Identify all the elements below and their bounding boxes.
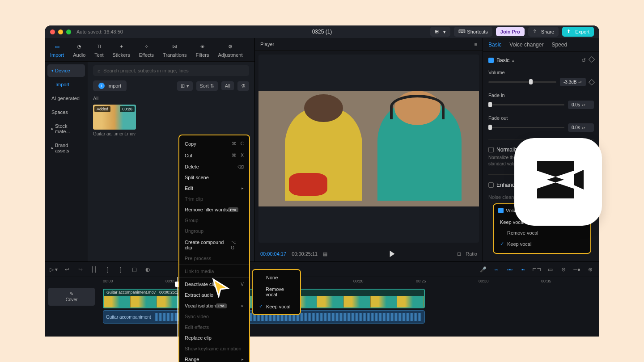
- sidenav-ai[interactable]: AI generated: [47, 92, 85, 105]
- view-icon[interactable]: ▦: [323, 251, 327, 257]
- tool-5[interactable]: ◐: [143, 265, 152, 274]
- preview-area[interactable]: [258, 55, 479, 243]
- fadein-slider[interactable]: [488, 104, 564, 105]
- media-clip[interactable]: Added 00:26 Guitar ac...iment.mov: [93, 105, 136, 136]
- import-button[interactable]: +Import: [93, 80, 127, 91]
- tab-transitions[interactable]: ⋈Transitions: [158, 41, 191, 61]
- ctx-trim: Trim clip: [179, 194, 249, 204]
- sidenav-spaces[interactable]: Spaces: [47, 106, 85, 118]
- shortcuts-button[interactable]: ⌨Shortcuts: [454, 27, 492, 37]
- keyframe-icon[interactable]: [589, 56, 595, 63]
- player-title: Player: [260, 42, 274, 47]
- basic-section-header[interactable]: Basic▴ ↺: [488, 57, 594, 63]
- tab-text[interactable]: TIText: [90, 41, 108, 61]
- volume-value[interactable]: -3.3dB▴▾: [560, 78, 586, 86]
- ctx-range[interactable]: Range▸: [179, 354, 249, 362]
- ctx-link: Link to media: [179, 266, 249, 277]
- view-toggle[interactable]: ⊞ ▾: [177, 81, 192, 91]
- player-menu-icon[interactable]: ≡: [475, 42, 477, 47]
- play-button[interactable]: [388, 250, 396, 258]
- context-menu: Copy⌘ C Cut⌘ X Delete⌫ Split scene Edit▸…: [178, 135, 250, 362]
- audio-icon: ◔: [75, 42, 83, 51]
- ctx-compound[interactable]: Create compound clip⌥ G: [179, 236, 249, 253]
- filter-icon[interactable]: ⚗: [237, 81, 249, 91]
- tool-b[interactable]: ▭: [546, 265, 555, 274]
- ctx-cut[interactable]: Cut⌘ X: [179, 150, 249, 161]
- close-button[interactable]: [50, 29, 55, 34]
- snap-3[interactable]: ▪▫: [519, 265, 528, 274]
- join-pro-button[interactable]: Join Pro: [496, 27, 525, 36]
- ctx-sync: Sync video: [179, 311, 249, 322]
- backspace-icon: ⌫: [237, 164, 244, 169]
- clip-thumbnail: Added 00:26: [93, 105, 136, 130]
- zoom-fit[interactable]: ⊕: [586, 265, 595, 274]
- fadeout-value[interactable]: 0.0s▴▾: [568, 123, 594, 132]
- split-tool[interactable]: ⎮⎮: [89, 265, 98, 274]
- fadeout-slider[interactable]: [488, 127, 564, 128]
- reset-icon[interactable]: ↺: [581, 57, 586, 63]
- tab-basic[interactable]: Basic: [488, 42, 501, 48]
- zoom-slider[interactable]: ─●: [572, 265, 581, 274]
- app-window: Auto saved: 16:43:50 0325 (1) ⊞▾ ⌨Shortc…: [45, 25, 599, 337]
- sidenav-brand[interactable]: ▸Brand assets: [47, 139, 85, 157]
- vocal-checkbox[interactable]: [498, 208, 504, 213]
- ratio-button[interactable]: Ratio: [466, 251, 477, 257]
- fadein-value[interactable]: 0.0s▴▾: [568, 101, 594, 109]
- plus-icon: +: [98, 83, 105, 89]
- ctx-delete[interactable]: Delete⌫: [179, 161, 249, 172]
- scale-icon[interactable]: ⊡: [457, 251, 461, 257]
- playhead[interactable]: [177, 277, 178, 337]
- delete-tool[interactable]: ▢: [130, 265, 139, 274]
- trim-left[interactable]: [: [103, 265, 112, 274]
- tab-import[interactable]: ▭Import: [46, 41, 68, 61]
- tab-audio[interactable]: ◔Audio: [68, 41, 90, 61]
- sidenav-device[interactable]: ▾Device: [47, 64, 85, 77]
- search-input[interactable]: ⌕Search project, subjects in image, line…: [93, 65, 249, 76]
- snap-2[interactable]: ▫▪▫: [505, 265, 514, 274]
- zoom-out[interactable]: ⊖: [559, 265, 568, 274]
- timeline-tracks[interactable]: 00:00 00:05 00:10 00:15 00:20 00:25 00:3…: [98, 277, 599, 337]
- maximize-button[interactable]: [66, 29, 71, 34]
- ctx-filler[interactable]: Remove filler words Pro: [179, 204, 249, 215]
- tab-voice-changer[interactable]: Voice changer: [509, 42, 543, 48]
- ctx-edit[interactable]: Edit▸: [179, 183, 249, 194]
- share-button[interactable]: ⇧Share: [528, 27, 559, 37]
- timeline-ruler[interactable]: 00:00 00:05 00:10 00:15 00:20 00:25 00:3…: [98, 277, 599, 287]
- volume-slider[interactable]: [488, 81, 556, 83]
- tab-speed[interactable]: Speed: [551, 42, 567, 48]
- minimize-button[interactable]: [58, 29, 63, 34]
- pointer-tool[interactable]: ▷ ▾: [49, 265, 58, 274]
- timeline-panel: ▷ ▾ ↩ ↪ ⎮⎮ [ ] ▢ ◐ 🎤 ▫▫ ▫▪▫ ▪▫ ⊏⊐ ▭ ⊖ ─●…: [45, 261, 599, 337]
- basic-checkbox[interactable]: [488, 58, 494, 63]
- tab-effects[interactable]: ✧Effects: [135, 41, 158, 61]
- sub-none[interactable]: None: [253, 272, 300, 283]
- tab-stickers[interactable]: ✦Stickers: [108, 41, 135, 61]
- trim-right[interactable]: ]: [116, 265, 125, 274]
- snap-1[interactable]: ▫▫: [492, 265, 501, 274]
- current-timecode: 00:00:04:17: [260, 251, 286, 257]
- ctx-copy[interactable]: Copy⌘ C: [179, 138, 249, 150]
- sub-keep[interactable]: ✓Keep vocal: [253, 300, 300, 312]
- undo-button[interactable]: ↩: [63, 265, 72, 274]
- mic-button[interactable]: 🎤: [479, 265, 487, 274]
- ctx-replace[interactable]: Replace clip: [179, 333, 249, 343]
- volume-keyframe[interactable]: [589, 79, 595, 85]
- aspect-ratio-button[interactable]: ⊞▾: [430, 27, 450, 37]
- sort-button[interactable]: Sort ⇅: [196, 81, 218, 91]
- playback-bar: 00:00:04:17 00:00:25:11 ▦ ⊡ Ratio: [255, 246, 483, 261]
- filter-all[interactable]: All: [221, 81, 234, 90]
- sidenav-import[interactable]: Import: [47, 78, 85, 91]
- clip-name: Guitar ac...iment.mov: [93, 131, 136, 136]
- cover-button[interactable]: ✎Cover: [48, 288, 95, 306]
- vp-keep[interactable]: ✓Keep vocal: [498, 238, 586, 249]
- tab-adjustment[interactable]: ⚙Adjustment: [213, 41, 247, 61]
- redo-button[interactable]: ↪: [76, 265, 85, 274]
- tab-filters[interactable]: ❀Filters: [191, 41, 213, 61]
- ctx-split[interactable]: Split scene: [179, 172, 249, 183]
- sidenav-stock[interactable]: ▸Stock mate...: [47, 120, 85, 138]
- tool-a[interactable]: ⊏⊐: [532, 265, 541, 274]
- sub-remove[interactable]: Remove vocal: [253, 283, 300, 300]
- export-button[interactable]: ⬆Export: [562, 27, 594, 37]
- vp-remove[interactable]: Remove vocal: [498, 227, 586, 238]
- ctx-vocal[interactable]: Vocal isolation Pro▸: [179, 300, 249, 311]
